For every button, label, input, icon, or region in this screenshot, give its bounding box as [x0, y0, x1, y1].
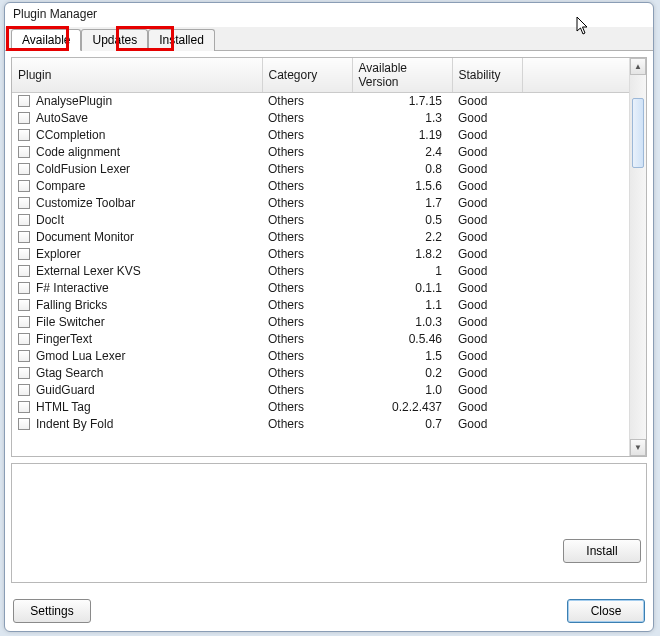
plugin-stability: Good: [452, 93, 522, 110]
row-checkbox[interactable]: [18, 418, 30, 430]
plugin-list-pane: Plugin Category Available Version Stabil…: [11, 57, 647, 457]
plugin-name: Gmod Lua Lexer: [36, 349, 125, 363]
table-row[interactable]: FingerTextOthers0.5.46Good: [12, 331, 629, 348]
plugin-stability: Good: [452, 365, 522, 382]
plugin-name: ColdFusion Lexer: [36, 162, 130, 176]
row-checkbox[interactable]: [18, 95, 30, 107]
scroll-up-arrow[interactable]: ▲: [630, 58, 646, 75]
table-row[interactable]: CCompletionOthers1.19Good: [12, 127, 629, 144]
row-checkbox[interactable]: [18, 350, 30, 362]
plugin-category: Others: [262, 365, 352, 382]
row-checkbox[interactable]: [18, 197, 30, 209]
scroll-down-arrow[interactable]: ▼: [630, 439, 646, 456]
footer-row: Settings Close: [13, 599, 645, 623]
row-checkbox[interactable]: [18, 401, 30, 413]
plugin-table-wrap: Plugin Category Available Version Stabil…: [12, 58, 629, 456]
plugin-category: Others: [262, 263, 352, 280]
table-row[interactable]: CompareOthers1.5.6Good: [12, 178, 629, 195]
table-row[interactable]: GuidGuardOthers1.0Good: [12, 382, 629, 399]
plugin-category: Others: [262, 280, 352, 297]
table-row[interactable]: AnalysePluginOthers1.7.15Good: [12, 93, 629, 110]
plugin-version: 0.5.46: [352, 331, 452, 348]
col-header-stability[interactable]: Stability: [452, 58, 522, 93]
plugin-version: 1: [352, 263, 452, 280]
table-row[interactable]: Gmod Lua LexerOthers1.5Good: [12, 348, 629, 365]
plugin-table: Plugin Category Available Version Stabil…: [12, 58, 629, 433]
plugin-name: Gtag Search: [36, 366, 103, 380]
install-row: Install: [563, 539, 641, 563]
plugin-category: Others: [262, 212, 352, 229]
col-header-plugin[interactable]: Plugin: [12, 58, 262, 93]
table-row[interactable]: ExplorerOthers1.8.2Good: [12, 246, 629, 263]
plugin-stability: Good: [452, 399, 522, 416]
row-checkbox[interactable]: [18, 214, 30, 226]
table-row[interactable]: Falling BricksOthers1.1Good: [12, 297, 629, 314]
table-row[interactable]: Gtag SearchOthers0.2Good: [12, 365, 629, 382]
table-row[interactable]: Document MonitorOthers2.2Good: [12, 229, 629, 246]
row-checkbox[interactable]: [18, 333, 30, 345]
vertical-scrollbar[interactable]: ▲ ▼: [629, 58, 646, 456]
plugin-name: FingerText: [36, 332, 92, 346]
plugin-category: Others: [262, 229, 352, 246]
tab-installed[interactable]: Installed: [148, 29, 215, 51]
table-row[interactable]: Code alignmentOthers2.4Good: [12, 144, 629, 161]
row-checkbox[interactable]: [18, 299, 30, 311]
plugin-category: Others: [262, 314, 352, 331]
close-button[interactable]: Close: [567, 599, 645, 623]
plugin-stability: Good: [452, 416, 522, 433]
table-row[interactable]: AutoSaveOthers1.3Good: [12, 110, 629, 127]
row-checkbox[interactable]: [18, 248, 30, 260]
table-row[interactable]: ColdFusion LexerOthers0.8Good: [12, 161, 629, 178]
col-header-category[interactable]: Category: [262, 58, 352, 93]
plugin-name: AutoSave: [36, 111, 88, 125]
plugin-stability: Good: [452, 280, 522, 297]
plugin-version: 1.1: [352, 297, 452, 314]
plugin-stability: Good: [452, 161, 522, 178]
plugin-stability: Good: [452, 127, 522, 144]
row-checkbox[interactable]: [18, 282, 30, 294]
table-row[interactable]: F# InteractiveOthers0.1.1Good: [12, 280, 629, 297]
table-row[interactable]: HTML TagOthers0.2.2.437Good: [12, 399, 629, 416]
plugin-version: 0.8: [352, 161, 452, 178]
tab-available[interactable]: Available: [11, 29, 81, 51]
plugin-stability: Good: [452, 263, 522, 280]
plugin-category: Others: [262, 297, 352, 314]
plugin-name: External Lexer KVS: [36, 264, 141, 278]
tab-updates[interactable]: Updates: [81, 29, 148, 51]
plugin-version: 1.5.6: [352, 178, 452, 195]
plugin-category: Others: [262, 93, 352, 110]
row-checkbox[interactable]: [18, 367, 30, 379]
table-row[interactable]: Indent By FoldOthers0.7Good: [12, 416, 629, 433]
col-header-version[interactable]: Available Version: [352, 58, 452, 93]
table-row[interactable]: Customize ToolbarOthers1.7Good: [12, 195, 629, 212]
row-checkbox[interactable]: [18, 146, 30, 158]
row-checkbox[interactable]: [18, 163, 30, 175]
plugin-name: Document Monitor: [36, 230, 134, 244]
settings-button[interactable]: Settings: [13, 599, 91, 623]
table-row[interactable]: DocItOthers0.5Good: [12, 212, 629, 229]
plugin-stability: Good: [452, 229, 522, 246]
row-checkbox[interactable]: [18, 231, 30, 243]
plugin-version: 1.0: [352, 382, 452, 399]
plugin-version: 1.8.2: [352, 246, 452, 263]
plugin-stability: Good: [452, 314, 522, 331]
table-row[interactable]: File SwitcherOthers1.0.3Good: [12, 314, 629, 331]
row-checkbox[interactable]: [18, 384, 30, 396]
plugin-stability: Good: [452, 331, 522, 348]
table-row[interactable]: External Lexer KVSOthers1Good: [12, 263, 629, 280]
install-button[interactable]: Install: [563, 539, 641, 563]
row-checkbox[interactable]: [18, 180, 30, 192]
plugin-stability: Good: [452, 246, 522, 263]
row-checkbox[interactable]: [18, 112, 30, 124]
tab-bar: Available Updates Installed: [5, 27, 653, 51]
plugin-name: Indent By Fold: [36, 417, 113, 431]
plugin-version: 1.0.3: [352, 314, 452, 331]
row-checkbox[interactable]: [18, 265, 30, 277]
plugin-category: Others: [262, 144, 352, 161]
row-checkbox[interactable]: [18, 129, 30, 141]
scroll-thumb[interactable]: [632, 98, 644, 168]
window-title: Plugin Manager: [13, 7, 97, 21]
plugin-stability: Good: [452, 195, 522, 212]
row-checkbox[interactable]: [18, 316, 30, 328]
plugin-category: Others: [262, 416, 352, 433]
